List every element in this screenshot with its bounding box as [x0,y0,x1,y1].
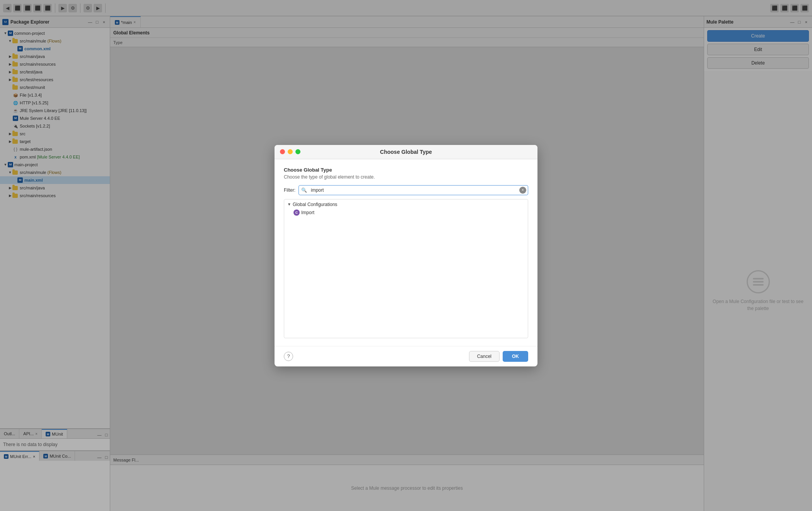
filter-input-wrap: 🔍 × [299,185,528,195]
modal-footer-right: Cancel OK [469,351,528,362]
traffic-light-yellow[interactable] [288,149,293,154]
global-configurations-label: Global Configurations [293,202,337,207]
global-configurations-group[interactable]: ▼ Global Configurations [284,199,528,208]
modal-subtitle: Choose Global Type [284,167,528,173]
filter-label: Filter: [284,187,295,193]
traffic-light-red[interactable] [280,149,285,154]
import-item-label: Import [301,210,314,215]
global-type-tree: ▼ Global Configurations C Import [284,199,528,338]
modal-body: Choose Global Type Choose the type of gl… [275,159,537,346]
filter-clear-btn[interactable]: × [519,187,526,194]
import-type-icon: C [293,210,300,216]
modal-title: Choose Global Type [380,149,432,155]
modal-titlebar: Choose Global Type [275,145,537,159]
traffic-lights [280,149,300,154]
ok-button[interactable]: OK [503,351,528,362]
modal-description: Choose the type of global element to cre… [284,174,528,180]
traffic-light-green[interactable] [295,149,300,154]
help-button[interactable]: ? [284,352,293,361]
filter-input[interactable] [309,186,519,195]
choose-global-type-modal: Choose Global Type Choose Global Type Ch… [275,145,537,366]
search-icon: 🔍 [299,187,309,193]
filter-row: Filter: 🔍 × [284,185,528,195]
import-item[interactable]: C Import [284,208,528,217]
cancel-button[interactable]: Cancel [469,351,500,362]
modal-overlay: Choose Global Type Choose Global Type Ch… [0,0,812,511]
modal-footer: ? Cancel OK [275,346,537,366]
group-arrow: ▼ [287,202,291,206]
